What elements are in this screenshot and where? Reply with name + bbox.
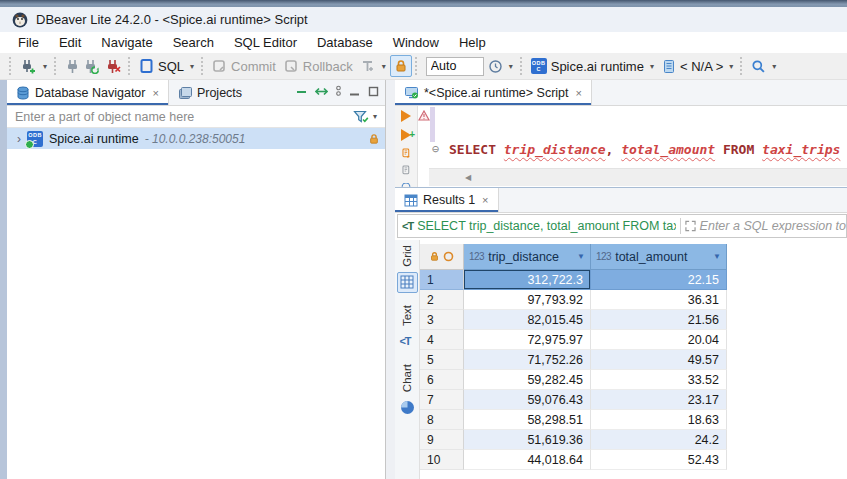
tab-sql-script[interactable]: *<Spice.ai runtime> Script × <box>395 80 592 105</box>
row-number[interactable]: 10 <box>420 450 464 470</box>
connection-readonly-toggle[interactable] <box>390 55 412 77</box>
cell-total-amount[interactable]: 18.63 <box>591 410 727 430</box>
expand-filter-icon[interactable] <box>685 220 696 232</box>
cell-total-amount[interactable]: 24.2 <box>591 430 727 450</box>
cell-trip-distance[interactable]: 82,015.45 <box>464 310 591 330</box>
execute-new-tab-icon[interactable]: + <box>401 129 411 141</box>
new-connection-dropdown-icon[interactable]: ▾ <box>43 62 47 71</box>
cell-trip-distance[interactable]: 72,975.97 <box>464 330 591 350</box>
editor-horizontal-scrollbar[interactable]: ◀ <box>429 168 847 186</box>
close-icon[interactable]: × <box>482 194 488 206</box>
row-number[interactable]: 9 <box>420 430 464 450</box>
cell-trip-distance[interactable]: 59,282.45 <box>464 370 591 390</box>
new-connection-icon[interactable] <box>20 58 37 75</box>
cell-trip-distance[interactable]: 58,298.51 <box>464 410 591 430</box>
column-header-total-amount[interactable]: 123 total_amount ▼ <box>591 244 727 270</box>
row-number[interactable]: 4 <box>420 330 464 350</box>
table-row[interactable]: 1 312,722.3 22.15 <box>420 270 847 290</box>
sql-code-area[interactable]: ⊖SELECT trip_distance, total_amount FROM… <box>435 106 847 168</box>
connect-icon[interactable] <box>65 58 80 74</box>
scroll-left-icon[interactable]: ◀ <box>465 173 471 182</box>
reconnect-icon[interactable] <box>84 58 101 74</box>
sql-editor-button[interactable]: SQL ▾ <box>135 58 198 74</box>
cell-trip-distance[interactable]: 51,619.36 <box>464 430 591 450</box>
row-number[interactable]: 7 <box>420 390 464 410</box>
tab-database-navigator[interactable]: Database Navigator × <box>7 80 169 105</box>
execute-statement-icon[interactable] <box>401 110 411 122</box>
fold-collapse-icon[interactable]: ⊖ <box>432 141 439 159</box>
menu-item-window[interactable]: Window <box>383 35 449 50</box>
table-row[interactable]: 10 44,018.64 52.43 <box>420 450 847 470</box>
close-icon[interactable]: × <box>576 87 582 99</box>
grid-corner-cell[interactable] <box>420 244 464 270</box>
transaction-dropdown-icon[interactable]: ▾ <box>382 62 386 71</box>
cell-total-amount[interactable]: 49.57 <box>591 350 727 370</box>
cell-total-amount[interactable]: 22.15 <box>591 270 727 290</box>
cell-trip-distance[interactable]: 44,018.64 <box>464 450 591 470</box>
menu-item-search[interactable]: Search <box>163 35 224 50</box>
table-row[interactable]: 2 97,793.92 36.31 <box>420 290 847 310</box>
cell-trip-distance[interactable]: 312,722.3 <box>464 270 591 290</box>
table-row[interactable]: 6 59,282.45 33.52 <box>420 370 847 390</box>
search-dropdown-icon[interactable]: ▾ <box>772 62 776 71</box>
row-number[interactable]: 8 <box>420 410 464 430</box>
commit-button[interactable]: Commit <box>208 59 280 74</box>
results-filter-bar[interactable]: <T SELECT trip_distance, total_amount FR… <box>397 214 847 238</box>
transaction-history-dropdown-icon[interactable]: ▾ <box>509 62 513 71</box>
row-number[interactable]: 3 <box>420 310 464 330</box>
cell-total-amount[interactable]: 23.17 <box>591 390 727 410</box>
column-header-trip-distance[interactable]: 123 trip_distance ▼ <box>464 244 591 270</box>
close-icon[interactable]: × <box>152 87 158 99</box>
cell-total-amount[interactable]: 21.56 <box>591 310 727 330</box>
row-number[interactable]: 1 <box>420 270 464 290</box>
menu-item-help[interactable]: Help <box>449 35 496 50</box>
transaction-log-icon[interactable] <box>361 59 376 74</box>
view-tab-text[interactable]: <T <box>397 331 418 352</box>
connection-tree-item[interactable]: › ODBC Spice.ai runtime - 10.0.0.238:500… <box>7 128 385 149</box>
panel-splitter[interactable] <box>386 80 395 479</box>
view-tab-chart[interactable] <box>397 397 418 418</box>
table-row[interactable]: 8 58,298.51 18.63 <box>420 410 847 430</box>
row-number[interactable]: 2 <box>420 290 464 310</box>
menu-item-navigate[interactable]: Navigate <box>91 35 162 50</box>
sql-editor-dropdown-icon[interactable]: ▾ <box>190 62 194 71</box>
menu-item-database[interactable]: Database <box>307 35 383 50</box>
commit-mode-combo[interactable] <box>426 57 484 76</box>
view-tab-text-label[interactable]: Text <box>401 305 413 326</box>
tab-projects[interactable]: Projects <box>169 80 251 105</box>
sort-desc-icon[interactable]: ▼ <box>577 252 585 261</box>
view-menu-icon[interactable] <box>336 85 341 97</box>
minimize-icon[interactable] <box>349 86 360 97</box>
rollback-button[interactable]: Rollback <box>280 59 357 74</box>
cell-total-amount[interactable]: 20.04 <box>591 330 727 350</box>
table-row[interactable]: 7 59,076.43 23.17 <box>420 390 847 410</box>
transaction-history-clock-icon[interactable] <box>488 59 503 74</box>
row-number[interactable]: 5 <box>420 350 464 370</box>
view-tab-grid[interactable] <box>397 272 418 293</box>
disconnect-icon[interactable] <box>105 58 121 74</box>
sort-desc-icon[interactable]: ▼ <box>713 252 721 261</box>
table-row[interactable]: 4 72,975.97 20.04 <box>420 330 847 350</box>
tree-expand-chevron-icon[interactable]: › <box>17 132 21 146</box>
menu-item-file[interactable]: File <box>8 35 49 50</box>
connection-dropdown-icon[interactable]: ▾ <box>650 62 654 71</box>
menu-item-sql-editor[interactable]: SQL Editor <box>224 35 307 50</box>
execute-script-icon[interactable] <box>399 148 414 158</box>
active-connection-selector[interactable]: ODBC Spice.ai runtime ▾ <box>527 58 658 74</box>
object-filter-input[interactable] <box>7 110 353 124</box>
table-row[interactable]: 5 71,752.26 49.57 <box>420 350 847 370</box>
cell-trip-distance[interactable]: 59,076.43 <box>464 390 591 410</box>
script-statistics-icon[interactable] <box>399 165 414 175</box>
cell-trip-distance[interactable]: 97,793.92 <box>464 290 591 310</box>
row-number[interactable]: 6 <box>420 370 464 390</box>
table-row[interactable]: 3 82,015.45 21.56 <box>420 310 847 330</box>
view-tab-chart-label[interactable]: Chart <box>401 364 413 392</box>
link-with-editor-icon[interactable] <box>315 86 328 97</box>
collapse-all-icon[interactable] <box>296 86 307 97</box>
menu-item-edit[interactable]: Edit <box>49 35 91 50</box>
schema-dropdown-icon[interactable]: ▾ <box>729 62 733 71</box>
view-tab-grid-label[interactable]: Grid <box>401 245 413 267</box>
table-row[interactable]: 9 51,619.36 24.2 <box>420 430 847 450</box>
filter-funnel-icon[interactable] <box>353 110 369 124</box>
tab-results-1[interactable]: Results 1 × <box>395 188 499 212</box>
